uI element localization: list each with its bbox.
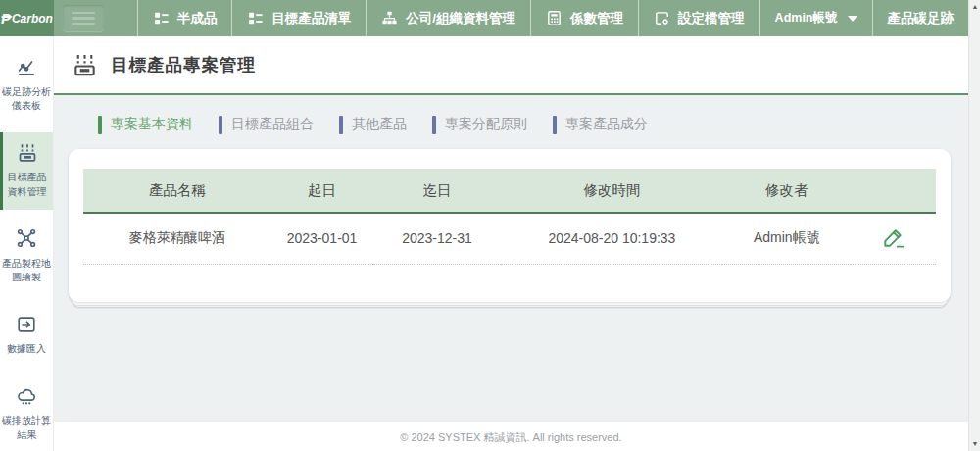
nav-item-semi-finished-products[interactable]: 半成品 [137, 0, 232, 36]
menu-toggle-button[interactable] [63, 5, 104, 31]
process-map-icon [16, 227, 37, 249]
calculator-icon [546, 10, 563, 26]
tab-indicator-bar [98, 116, 102, 134]
column-header-start-date: 起日 [270, 169, 372, 213]
cloud-calc-icon [16, 385, 37, 407]
nav-item-label: 產品碳足跡 [888, 10, 955, 27]
sidebar-item-carbon-emission-results[interactable]: 碳排放計算結果 [0, 376, 53, 451]
content-area: 專案基本資料 目標產品組合 其他產品 專案分配原則 專案產品成分 [54, 95, 968, 422]
cell-actions [851, 213, 936, 264]
tab-project-allocation-principle[interactable]: 專案分配原則 [432, 116, 527, 134]
tab-label: 專案分配原則 [445, 116, 527, 133]
settings-file-icon [654, 10, 670, 26]
list-icon [247, 10, 264, 26]
column-header-end-date: 迄日 [373, 169, 502, 213]
sidebar-item-label: 碳足跡分析儀表板 [1, 85, 52, 114]
sidebar-item-label: 碳排放計算結果 [1, 414, 52, 442]
nav-item-label: Admin帳號 [775, 10, 838, 26]
tab-bar: 專案基本資料 目標產品組合 其他產品 專案分配原則 專案產品成分 [98, 113, 968, 136]
tab-indicator-bar [339, 116, 343, 134]
top-navbar: ₱Carbon 半成品 目標產品清單 公司/組織資料管理 係數管理 [0, 0, 968, 36]
nav-item-admin-account[interactable]: Admin帳號 [760, 0, 872, 36]
sidebar-item-process-map-drawing[interactable]: 產品製程地圖繪製 [0, 218, 53, 296]
column-header-actions [851, 169, 936, 213]
project-table-card: 產品名稱 起日 迄日 修改時間 修改者 麥格萊精釀啤酒 2023-01-01 [69, 149, 951, 302]
page-header: 目標產品專案管理 [54, 36, 968, 95]
caret-down-icon [848, 16, 858, 22]
project-table: 產品名稱 起日 迄日 修改時間 修改者 麥格萊精釀啤酒 2023-01-01 [83, 169, 936, 265]
factory-icon [17, 142, 38, 164]
top-nav-menu: 半成品 目標產品清單 公司/組織資料管理 係數管理 設定檔管理 Admin帳號 [137, 0, 968, 36]
logo-text: Carbon [12, 12, 53, 25]
tab-label: 其他產品 [352, 116, 407, 133]
tab-indicator-bar [219, 116, 222, 134]
cell-end-date: 2023-12-31 [373, 213, 502, 264]
data-import-icon [16, 314, 37, 335]
cell-modifier: Admin帳號 [722, 213, 851, 264]
logo-p-icon: ₱ [1, 10, 11, 26]
nav-item-profile-management[interactable]: 設定檔管理 [638, 0, 760, 36]
cell-start-date: 2023-01-01 [270, 213, 372, 264]
scroll-up-button[interactable]: ▲ [969, 0, 980, 14]
main-area: 目標產品專案管理 專案基本資料 目標產品組合 其他產品 專案分配原則 [54, 36, 968, 451]
cell-product-name: 麥格萊精釀啤酒 [83, 213, 270, 264]
tab-label: 專案基本資料 [111, 116, 193, 133]
sidebar: 碳足跡分析儀表板 目標產品資料管理 產品製程地圖繪製 數據匯入 碳排放計算結果 [0, 36, 54, 451]
app-window: ₱Carbon 半成品 目標產品清單 公司/組織資料管理 係數管理 [0, 0, 980, 451]
tab-label: 專案產品成分 [565, 116, 648, 133]
app-logo[interactable]: ₱Carbon [0, 0, 54, 36]
column-header-modified-time: 修改時間 [501, 169, 722, 213]
sidebar-item-carbon-footprint-dashboard[interactable]: 碳足跡分析儀表板 [0, 46, 53, 125]
nav-item-target-product-list[interactable]: 目標產品清單 [231, 0, 366, 36]
tab-indicator-bar [553, 116, 557, 134]
nav-item-label: 目標產品清單 [271, 10, 351, 27]
column-header-product-name: 產品名稱 [83, 169, 270, 213]
page-title: 目標產品專案管理 [111, 53, 256, 76]
nav-item-label: 係數管理 [570, 10, 623, 27]
copyright-text: © 2024 SYSTEX 精誠資訊. All rights reserved. [400, 431, 621, 443]
sidebar-item-label: 產品製程地圖繪製 [1, 257, 52, 285]
orgchart-icon [381, 10, 398, 26]
cell-modified-time: 2024-08-20 10:19:33 [501, 213, 722, 264]
list-icon [153, 10, 170, 26]
nav-item-product-carbon-footprint[interactable]: 產品碳足跡 [872, 0, 969, 36]
vertical-scrollbar[interactable]: ▲ ▼ [968, 0, 980, 451]
nav-item-label: 半成品 [177, 10, 218, 27]
page-footer: © 2024 SYSTEX 精誠資訊. All rights reserved. [54, 422, 968, 451]
tab-project-product-composition[interactable]: 專案產品成分 [553, 116, 648, 134]
table-header-row: 產品名稱 起日 迄日 修改時間 修改者 [83, 169, 936, 213]
tab-project-basic-info[interactable]: 專案基本資料 [98, 116, 193, 134]
nav-item-label: 設定檔管理 [678, 10, 745, 27]
scroll-down-button[interactable]: ▼ [969, 437, 980, 451]
tab-other-products[interactable]: 其他產品 [339, 116, 407, 134]
table-row: 麥格萊精釀啤酒 2023-01-01 2023-12-31 2024-08-20… [83, 213, 936, 264]
nav-item-company-org-data[interactable]: 公司/組織資料管理 [366, 0, 530, 36]
tab-indicator-bar [432, 116, 436, 134]
nav-item-label: 公司/組織資料管理 [406, 10, 515, 27]
tab-target-product-portfolio[interactable]: 目標產品組合 [219, 116, 314, 134]
edit-pencil-icon [881, 226, 906, 250]
tab-label: 目標產品組合 [231, 116, 314, 133]
line-chart-icon [16, 56, 37, 77]
column-header-modifier: 修改者 [722, 169, 851, 213]
factory-icon [72, 52, 98, 78]
edit-row-button[interactable] [879, 224, 907, 252]
sidebar-item-data-import[interactable]: 數據匯入 [0, 304, 53, 368]
sidebar-item-label: 數據匯入 [1, 342, 52, 357]
nav-item-coefficient-management[interactable]: 係數管理 [530, 0, 638, 36]
sidebar-item-target-product-data[interactable]: 目標產品資料管理 [0, 132, 53, 211]
sidebar-item-label: 目標產品資料管理 [4, 171, 50, 199]
